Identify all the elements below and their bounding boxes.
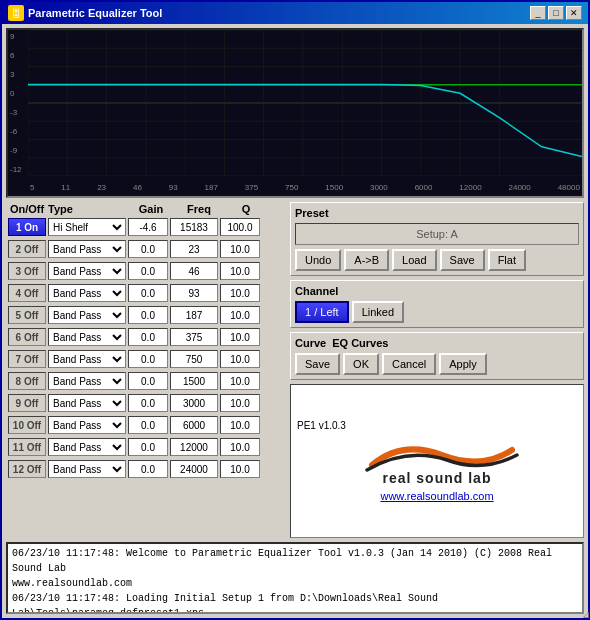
band-row-1: 1 OnHi ShelfLo ShelfBand PassNotchHigh P… [6, 216, 286, 238]
band-q-8[interactable] [220, 372, 260, 390]
band-freq-7[interactable] [170, 350, 218, 368]
band-gain-2[interactable] [128, 240, 168, 258]
band-type-5[interactable]: Hi ShelfLo ShelfBand PassNotchHigh PassL… [48, 306, 126, 324]
band-row-7: 7 OffHi ShelfLo ShelfBand PassNotchHigh … [6, 348, 286, 370]
band-q-6[interactable] [220, 328, 260, 346]
band-gain-6[interactable] [128, 328, 168, 346]
band-gain-5[interactable] [128, 306, 168, 324]
band-gain-12[interactable] [128, 460, 168, 478]
load-button[interactable]: Load [392, 249, 436, 271]
ok-button[interactable]: OK [343, 353, 379, 375]
band-row-12: 12 OffHi ShelfLo ShelfBand PassNotchHigh… [6, 458, 286, 480]
maximize-button[interactable]: □ [548, 6, 564, 20]
save-curve-button[interactable]: Save [295, 353, 340, 375]
band-toggle-3[interactable]: 3 Off [8, 262, 46, 280]
curve-section: Curve EQ Curves Save OK Cancel Apply [290, 332, 584, 380]
band-gain-1[interactable] [128, 218, 168, 236]
band-freq-4[interactable] [170, 284, 218, 302]
band-row-3: 3 OffHi ShelfLo ShelfBand PassNotchHigh … [6, 260, 286, 282]
band-toggle-10[interactable]: 10 Off [8, 416, 46, 434]
log-area[interactable]: 06/23/10 11:17:48: Welcome to Parametric… [6, 542, 584, 614]
log-line: 06/23/10 11:17:48: Welcome to Parametric… [12, 546, 578, 576]
undo-button[interactable]: Undo [295, 249, 341, 271]
band-freq-8[interactable] [170, 372, 218, 390]
band-toggle-7[interactable]: 7 Off [8, 350, 46, 368]
band-freq-9[interactable] [170, 394, 218, 412]
band-toggle-2[interactable]: 2 Off [8, 240, 46, 258]
band-q-7[interactable] [220, 350, 260, 368]
band-type-10[interactable]: Hi ShelfLo ShelfBand PassNotchHigh PassL… [48, 416, 126, 434]
band-type-4[interactable]: Hi ShelfLo ShelfBand PassNotchHigh PassL… [48, 284, 126, 302]
preset-buttons: Undo A->B Load Save Flat [295, 249, 579, 271]
preset-section: Preset Setup: A Undo A->B Load Save Flat [290, 202, 584, 276]
website-link[interactable]: www.realsoundlab.com [380, 490, 493, 502]
band-header: On/Off Type Gain Freq Q [6, 202, 286, 216]
band-freq-11[interactable] [170, 438, 218, 456]
apply-button[interactable]: Apply [439, 353, 487, 375]
band-freq-1[interactable] [170, 218, 218, 236]
band-freq-6[interactable] [170, 328, 218, 346]
band-q-3[interactable] [220, 262, 260, 280]
main-window: 🎛 Parametric Equalizer Tool _ □ ✕ 9 6 3 … [0, 0, 590, 620]
atob-button[interactable]: A->B [344, 249, 389, 271]
band-q-5[interactable] [220, 306, 260, 324]
band-freq-5[interactable] [170, 306, 218, 324]
band-freq-12[interactable] [170, 460, 218, 478]
band-type-9[interactable]: Hi ShelfLo ShelfBand PassNotchHigh PassL… [48, 394, 126, 412]
band-gain-10[interactable] [128, 416, 168, 434]
band-toggle-5[interactable]: 5 Off [8, 306, 46, 324]
band-type-11[interactable]: Hi ShelfLo ShelfBand PassNotchHigh PassL… [48, 438, 126, 456]
band-gain-4[interactable] [128, 284, 168, 302]
band-type-8[interactable]: Hi ShelfLo ShelfBand PassNotchHigh PassL… [48, 372, 126, 390]
title-bar: 🎛 Parametric Equalizer Tool _ □ ✕ [2, 2, 588, 24]
band-freq-2[interactable] [170, 240, 218, 258]
band-type-6[interactable]: Hi ShelfLo ShelfBand PassNotchHigh PassL… [48, 328, 126, 346]
band-toggle-9[interactable]: 9 Off [8, 394, 46, 412]
graph-x-labels: 5 11 23 46 93 187 375 750 1500 3000 6000… [28, 178, 582, 196]
band-rows: 1 OnHi ShelfLo ShelfBand PassNotchHigh P… [6, 216, 286, 480]
band-q-11[interactable] [220, 438, 260, 456]
band-gain-9[interactable] [128, 394, 168, 412]
band-gain-8[interactable] [128, 372, 168, 390]
band-q-4[interactable] [220, 284, 260, 302]
band-gain-7[interactable] [128, 350, 168, 368]
flat-button[interactable]: Flat [488, 249, 526, 271]
band-type-1[interactable]: Hi ShelfLo ShelfBand PassNotchHigh PassL… [48, 218, 126, 236]
band-toggle-6[interactable]: 6 Off [8, 328, 46, 346]
window-title: Parametric Equalizer Tool [28, 7, 162, 19]
band-gain-3[interactable] [128, 262, 168, 280]
band-q-1[interactable] [220, 218, 260, 236]
band-gain-11[interactable] [128, 438, 168, 456]
log-line: 06/23/10 11:17:48: Loading Initial Setup… [12, 591, 578, 614]
band-q-2[interactable] [220, 240, 260, 258]
band-q-9[interactable] [220, 394, 260, 412]
band-toggle-11[interactable]: 11 Off [8, 438, 46, 456]
minimize-button[interactable]: _ [530, 6, 546, 20]
band-type-2[interactable]: Hi ShelfLo ShelfBand PassNotchHigh PassL… [48, 240, 126, 258]
header-freq: Freq [174, 203, 224, 215]
left-channel-button[interactable]: 1 / Left [295, 301, 349, 323]
band-toggle-12[interactable]: 12 Off [8, 460, 46, 478]
header-gain: Gain [130, 203, 172, 215]
linked-button[interactable]: Linked [352, 301, 404, 323]
band-toggle-1[interactable]: 1 On [8, 218, 46, 236]
band-type-12[interactable]: Hi ShelfLo ShelfBand PassNotchHigh PassL… [48, 460, 126, 478]
close-button[interactable]: ✕ [566, 6, 582, 20]
save-preset-button[interactable]: Save [440, 249, 485, 271]
preset-label: Preset [295, 207, 579, 219]
resize-handle[interactable]: ⊿ [578, 608, 590, 620]
band-q-10[interactable] [220, 416, 260, 434]
band-row-2: 2 OffHi ShelfLo ShelfBand PassNotchHigh … [6, 238, 286, 260]
band-toggle-8[interactable]: 8 Off [8, 372, 46, 390]
curve-label: Curve [295, 337, 326, 349]
window-controls: _ □ ✕ [530, 6, 582, 20]
band-type-3[interactable]: Hi ShelfLo ShelfBand PassNotchHigh PassL… [48, 262, 126, 280]
channel-buttons: 1 / Left Linked [295, 301, 579, 323]
band-toggle-4[interactable]: 4 Off [8, 284, 46, 302]
band-freq-10[interactable] [170, 416, 218, 434]
band-row-4: 4 OffHi ShelfLo ShelfBand PassNotchHigh … [6, 282, 286, 304]
cancel-button[interactable]: Cancel [382, 353, 436, 375]
band-type-7[interactable]: Hi ShelfLo ShelfBand PassNotchHigh PassL… [48, 350, 126, 368]
band-q-12[interactable] [220, 460, 260, 478]
band-freq-3[interactable] [170, 262, 218, 280]
